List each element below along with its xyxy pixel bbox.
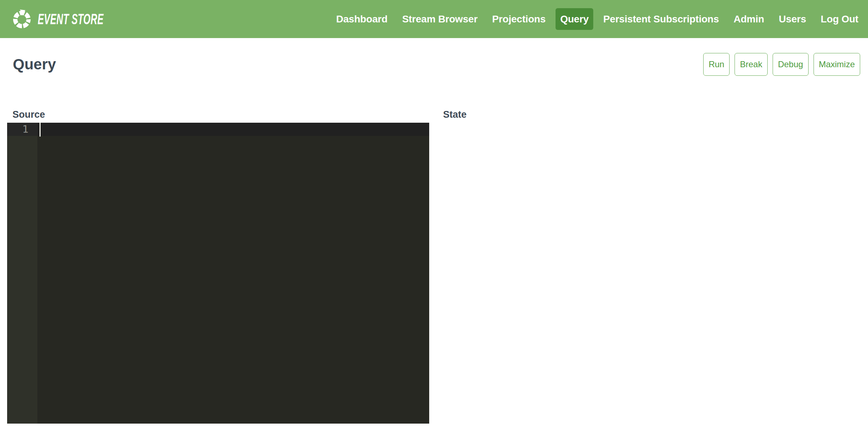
page-title: Query (13, 56, 56, 73)
query-source-editor[interactable]: 1 (7, 123, 429, 424)
editor-gutter (7, 123, 37, 424)
nav-item-projections[interactable]: Projections (492, 14, 546, 25)
panels-row: Source 1 State (0, 109, 868, 424)
source-panel: Source 1 (7, 109, 429, 424)
break-button[interactable]: Break (735, 53, 768, 76)
top-navbar: EVENT STORE . Dashboard Stream Browser P… (0, 0, 868, 38)
brand-name-wrap: EVENT STORE (38, 10, 98, 28)
nav-item-users[interactable]: Users (779, 14, 806, 25)
editor-active-line (7, 123, 429, 136)
event-store-logo-icon (12, 9, 32, 29)
debug-button[interactable]: Debug (773, 53, 809, 76)
editor-gutter-active-cell: 1 (7, 123, 37, 136)
brand-name: EVENT STORE (38, 10, 104, 28)
nav-item-dashboard[interactable]: Dashboard (336, 14, 387, 25)
query-page: Query Run Break Debug Maximize Source 1 … (0, 53, 868, 424)
nav-item-admin[interactable]: Admin (733, 14, 764, 25)
state-panel: State (429, 109, 861, 424)
run-button[interactable]: Run (703, 53, 730, 76)
state-content (438, 123, 861, 194)
nav-item-query[interactable]: Query (556, 8, 593, 30)
nav-item-persistent-subscriptions[interactable]: Persistent Subscriptions (603, 14, 719, 25)
page-header: Query Run Break Debug Maximize (13, 53, 860, 76)
main-nav: Dashboard Stream Browser Projections Que… (336, 8, 858, 30)
event-store-logo[interactable]: EVENT STORE . (12, 9, 99, 29)
source-label: Source (12, 109, 429, 120)
editor-line-number: 1 (7, 123, 37, 136)
nav-item-stream-browser[interactable]: Stream Browser (402, 14, 478, 25)
state-label: State (443, 109, 861, 120)
nav-item-log-out[interactable]: Log Out (821, 14, 858, 25)
maximize-button[interactable]: Maximize (814, 53, 860, 76)
query-toolbar: Run Break Debug Maximize (703, 53, 860, 76)
text-cursor-icon (40, 123, 41, 137)
